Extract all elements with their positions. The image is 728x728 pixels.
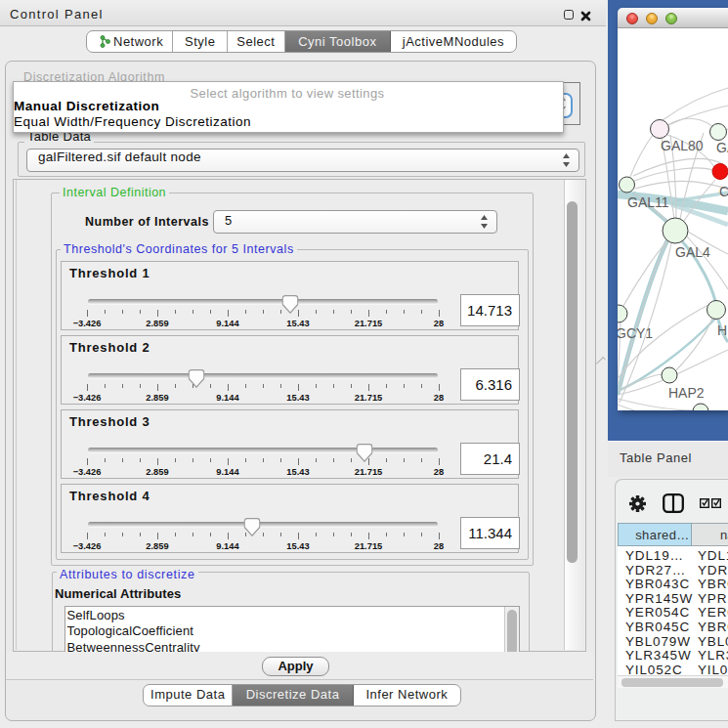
svg-text:H: H	[717, 322, 727, 338]
svg-text:GA: GA	[716, 140, 728, 155]
svg-text:HAP2: HAP2	[668, 385, 705, 401]
svg-text:C: C	[719, 184, 728, 199]
svg-text:GAL80: GAL80	[661, 138, 704, 153]
svg-text:GAL4: GAL4	[675, 244, 710, 260]
svg-text:GAL11: GAL11	[627, 194, 669, 210]
svg-text:GCY1: GCY1	[618, 325, 653, 341]
